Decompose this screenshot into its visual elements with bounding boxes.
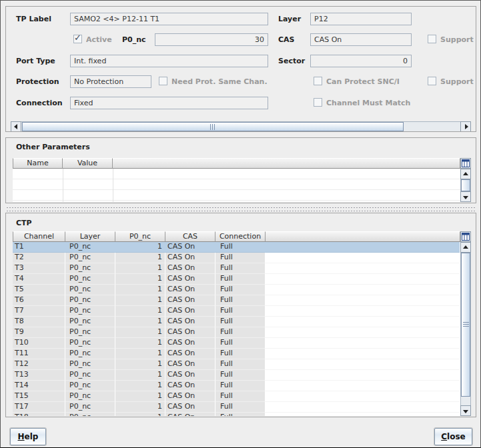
cas-field[interactable]: CAS On: [310, 33, 412, 46]
op-scroll-down-button[interactable]: [460, 191, 471, 202]
table-cell: 1: [115, 274, 165, 285]
table-cell: P0_nc: [65, 253, 115, 263]
ctp-table-body: T1P0_nc1CAS OnFullT2P0_nc1CAS OnFullT3P0…: [13, 242, 460, 416]
table-cell: Full: [215, 317, 266, 327]
ctp-vertical-scrollbar-thumb[interactable]: [461, 253, 470, 397]
table-row[interactable]: T11P0_nc1CAS OnFull: [13, 349, 460, 359]
can-protect-snc-checkbox[interactable]: [314, 77, 322, 85]
table-row[interactable]: T2P0_nc1CAS OnFull: [13, 253, 460, 263]
column-header-channel[interactable]: Channel: [13, 231, 65, 242]
row-filler: [266, 253, 460, 263]
row-filler: [266, 413, 460, 416]
table-cell: CAS On: [165, 381, 215, 391]
table-cell: 1: [115, 295, 165, 306]
column-header-p0nc[interactable]: P0_nc: [115, 231, 165, 242]
horizontal-scrollbar-thumb[interactable]: [22, 122, 404, 131]
row-filler: [266, 370, 460, 381]
row-filler: [266, 274, 460, 285]
table-cell: Full: [215, 338, 266, 349]
tp-label-field[interactable]: SAMO2 <4> P12-11 T1: [70, 13, 268, 25]
table-row[interactable]: T13P0_nc1CAS OnFull: [13, 370, 460, 381]
column-selector-button[interactable]: [460, 158, 471, 169]
row-filler: [266, 402, 460, 413]
table-cell: 1: [115, 242, 165, 253]
table-row[interactable]: T9P0_nc1CAS OnFull: [13, 327, 460, 338]
table-cell: CAS On: [165, 317, 215, 327]
row-filler: [266, 327, 460, 338]
p0nc-field[interactable]: 30: [155, 33, 268, 46]
column-header-value[interactable]: Value: [63, 158, 113, 169]
table-grid-icon: [462, 233, 470, 241]
row-filler: [266, 242, 460, 253]
table-row[interactable]: T10P0_nc1CAS OnFull: [13, 338, 460, 349]
table-row[interactable]: T18P0_nc1CAS OnFull: [13, 413, 460, 416]
table-cell: 1: [115, 285, 165, 295]
other-parameters-panel: Other Parameters Name Value: [5, 137, 476, 203]
scroll-left-button[interactable]: [11, 121, 21, 132]
port-type-field[interactable]: Int. fixed: [70, 55, 268, 67]
need-prot-same-chan-checkbox[interactable]: [159, 77, 167, 85]
table-cell: CAS On: [165, 402, 215, 413]
column-header-connection[interactable]: Connection: [215, 231, 266, 242]
table-row[interactable]: T8P0_nc1CAS OnFull: [13, 317, 460, 327]
table-cell: Full: [215, 349, 266, 359]
table-row[interactable]: T1P0_nc1CAS OnFull: [13, 242, 460, 253]
empty-row: [13, 190, 460, 201]
table-cell: Full: [215, 391, 266, 402]
table-cell: T6: [13, 295, 65, 306]
table-row[interactable]: T7P0_nc1CAS OnFull: [13, 306, 460, 317]
support-checkbox-top[interactable]: [428, 35, 436, 43]
column-header-cas[interactable]: CAS: [165, 231, 215, 242]
split-pane-divider[interactable]: [5, 205, 476, 211]
table-cell: 1: [115, 391, 165, 402]
ctp-scroll-up-button[interactable]: [460, 242, 471, 253]
table-cell: T8: [13, 317, 65, 327]
op-scroll-up-button[interactable]: [460, 169, 471, 179]
table-cell: 1: [115, 402, 165, 413]
table-cell: P0_nc: [65, 295, 115, 306]
table-cell: 1: [115, 338, 165, 349]
check-icon: [74, 33, 81, 43]
table-cell: P0_nc: [65, 338, 115, 349]
table-row[interactable]: T14P0_nc1CAS OnFull: [13, 381, 460, 391]
channel-must-match-label: Channel Must Match: [326, 99, 410, 107]
channel-must-match-checkbox[interactable]: [314, 98, 322, 107]
table-cell: T11: [13, 349, 65, 359]
table-cell: 1: [115, 253, 165, 263]
scroll-right-button[interactable]: [460, 121, 471, 132]
empty-row: [13, 169, 460, 179]
table-cell: P0_nc: [65, 359, 115, 370]
table-cell: T9: [13, 327, 65, 338]
column-header-layer[interactable]: Layer: [65, 231, 115, 242]
support-checkbox-mid[interactable]: [428, 77, 436, 85]
active-checkbox[interactable]: [73, 35, 82, 43]
table-cell: P0_nc: [65, 327, 115, 338]
help-button[interactable]: Help: [10, 428, 46, 445]
table-cell: P0_nc: [65, 242, 115, 253]
table-cell: P0_nc: [65, 285, 115, 295]
table-cell: CAS On: [165, 327, 215, 338]
sector-field[interactable]: 0: [310, 55, 412, 67]
ctp-scroll-down-button[interactable]: [460, 405, 471, 416]
table-row[interactable]: T3P0_nc1CAS OnFull: [13, 263, 460, 274]
column-header-name[interactable]: Name: [13, 158, 63, 169]
table-row[interactable]: T12P0_nc1CAS OnFull: [13, 359, 460, 370]
table-cell: Full: [215, 381, 266, 391]
table-row[interactable]: T6P0_nc1CAS OnFull: [13, 295, 460, 306]
column-gridline: [113, 169, 113, 202]
support-checkbox-top-label: Support: [440, 35, 476, 44]
table-row[interactable]: T17P0_nc1CAS OnFull: [13, 402, 460, 413]
table-row[interactable]: T15P0_nc1CAS OnFull: [13, 391, 460, 402]
layer-field[interactable]: P12: [310, 13, 412, 25]
protection-field[interactable]: No Protection: [70, 75, 151, 88]
table-cell: T17: [13, 402, 65, 413]
table-row[interactable]: T4P0_nc1CAS OnFull: [13, 274, 460, 285]
table-cell: T3: [13, 263, 65, 274]
op-vertical-scrollbar-thumb[interactable]: [461, 179, 470, 191]
connection-field[interactable]: Fixed: [70, 97, 268, 109]
p0nc-label: P0_nc: [122, 35, 146, 44]
column-selector-button[interactable]: [460, 231, 471, 242]
table-row[interactable]: T5P0_nc1CAS OnFull: [13, 285, 460, 295]
table-cell: CAS On: [165, 349, 215, 359]
close-button[interactable]: Close: [434, 428, 472, 445]
